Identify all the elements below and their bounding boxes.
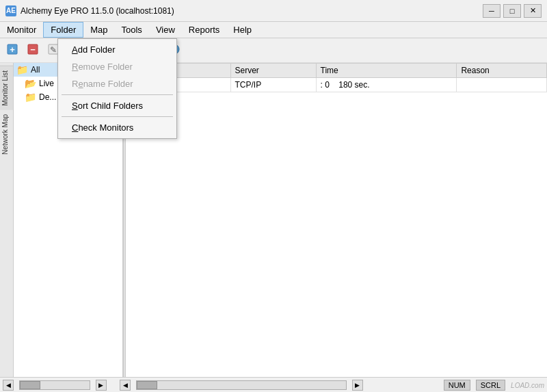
maximize-button[interactable]: □	[503, 4, 521, 18]
num-indicator: NUM	[444, 380, 470, 391]
menu-rename-folder: Rename Folder	[58, 75, 176, 92]
menu-add-folder[interactable]: Add Folder	[58, 41, 176, 58]
scroll-left-btn-2[interactable]: ◀	[120, 380, 131, 391]
folder-icon-all: 📁	[16, 64, 28, 75]
menu-reports[interactable]: Reports	[182, 22, 227, 38]
menu-help[interactable]: Help	[226, 22, 258, 38]
vertical-sidebar: Monitor List Network Map	[0, 63, 14, 377]
svg-text:✎: ✎	[50, 45, 57, 55]
folder-dropdown-menu: Add Folder Remove Folder Rename Folder S…	[57, 38, 177, 139]
horizontal-scrollbar[interactable]	[19, 380, 90, 390]
menu-remove-folder: Remove Folder	[58, 58, 176, 75]
scroll-left-btn[interactable]: ◀	[3, 380, 14, 391]
app-icon: AE	[5, 5, 16, 16]
svg-text:+: +	[10, 44, 15, 55]
scrollbar-thumb-2[interactable]	[137, 381, 157, 389]
table-row: n Monitor TCP/IP : 0 180 sec.	[126, 78, 547, 92]
menu-map[interactable]: Map	[83, 22, 114, 38]
toolbar-add-btn[interactable]: +	[3, 41, 22, 60]
menu-view[interactable]: View	[149, 22, 182, 38]
scroll-right-btn[interactable]: ▶	[96, 380, 107, 391]
sidebar-tab-network-map[interactable]: Network Map	[0, 110, 13, 159]
menu-bar: Monitor Folder Map Tools View Reports He…	[0, 22, 547, 38]
toolbar-remove-btn[interactable]: −	[23, 41, 42, 60]
status-bar: ◀ ▶ ◀ ▶ NUM SCRL LOAD.com	[0, 377, 547, 392]
data-table-panel: Check Server Time Reason n Monitor TCP/I…	[126, 63, 547, 377]
remove-icon: −	[27, 43, 39, 58]
svg-text:−: −	[30, 44, 36, 55]
title-bar: AE Alchemy Eye PRO 11.5.0 (localhost:108…	[0, 0, 547, 22]
cell-server: TCP/IP	[230, 78, 316, 92]
menu-folder[interactable]: Folder	[43, 22, 83, 38]
close-button[interactable]: ✕	[524, 4, 542, 18]
window-controls: ─ □ ✕	[483, 4, 542, 18]
menu-monitor[interactable]: Monitor	[0, 22, 43, 38]
menu-separator-2	[62, 116, 173, 117]
col-header-reason[interactable]: Reason	[457, 64, 547, 78]
scrollbar-thumb[interactable]	[20, 381, 40, 389]
cell-reason	[457, 78, 547, 92]
minimize-button[interactable]: ─	[483, 4, 501, 18]
scrl-indicator: SCRL	[476, 380, 505, 391]
scroll-right-btn-2[interactable]: ▶	[352, 380, 363, 391]
menu-separator-1	[62, 94, 173, 95]
sidebar-tab-monitor-list[interactable]: Monitor List	[0, 66, 13, 110]
horizontal-scrollbar-2[interactable]	[136, 380, 346, 390]
window-title: Alchemy Eye PRO 11.5.0 (localhost:1081)	[21, 6, 483, 16]
folder-icon-dead: 📁	[25, 92, 36, 103]
menu-tools[interactable]: Tools	[115, 22, 149, 38]
menu-sort-child-folders[interactable]: Sort Child Folders	[58, 97, 176, 114]
col-header-time[interactable]: Time	[316, 64, 457, 78]
cell-time: : 0 180 sec.	[316, 78, 457, 92]
menu-check-monitors[interactable]: Check Monitors	[58, 119, 176, 136]
watermark: LOAD.com	[511, 382, 544, 389]
col-header-server[interactable]: Server	[230, 64, 316, 78]
monitor-table: Check Server Time Reason n Monitor TCP/I…	[126, 63, 547, 92]
add-icon: +	[6, 43, 18, 58]
folder-icon-live: 📂	[25, 78, 36, 89]
